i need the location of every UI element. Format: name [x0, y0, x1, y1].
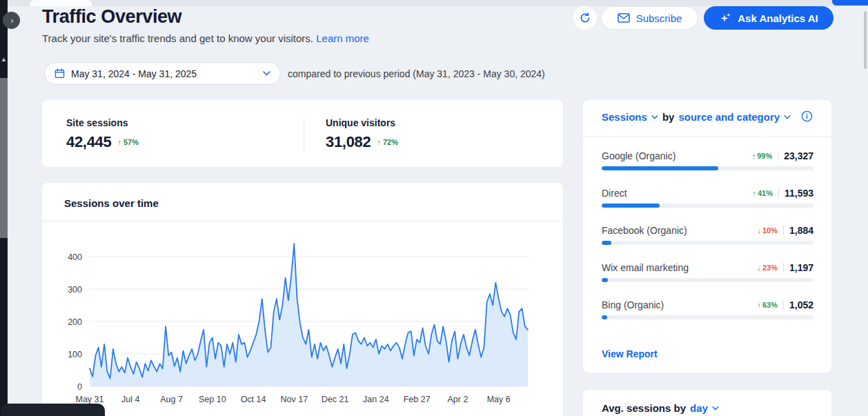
source-change: ↑41%: [752, 189, 773, 197]
y-axis-tick-label: 100: [68, 350, 82, 359]
refresh-button[interactable]: [573, 6, 597, 30]
sidebar-scrollbar-thumb[interactable]: [0, 78, 8, 238]
chart-title: Sessions over time: [64, 197, 159, 209]
envelope-icon: [618, 13, 630, 23]
avg-sessions-card: Avg. sessions by day: [583, 390, 831, 416]
up-arrow-icon: ↑: [752, 189, 756, 197]
x-axis-tick-label: Sep 10: [199, 395, 226, 404]
sessions-chart-svg[interactable]: 0100200300400May 31Jul 4Aug 7Sep 10Oct 1…: [42, 228, 563, 416]
divider: [778, 188, 779, 198]
source-change-pct: 10%: [762, 226, 778, 235]
source-bar-track: [602, 204, 813, 208]
source-row[interactable]: Bing (Organic)↑63%1,052: [602, 294, 813, 331]
chevron-down-icon[interactable]: [784, 115, 791, 119]
chevron-right-icon: ›: [11, 17, 14, 25]
x-axis-tick-label: May 31: [76, 395, 104, 404]
source-value: 1,052: [789, 299, 813, 310]
x-axis-tick-label: May 6: [487, 395, 511, 404]
top-right-button-cutoff[interactable]: [832, 0, 868, 6]
metric-selector[interactable]: Sessions: [602, 111, 647, 123]
sources-card-header: Sessions by source and category: [602, 111, 791, 123]
stat-value: 31,082: [326, 133, 371, 151]
source-change-pct: 23%: [762, 264, 778, 272]
by-label: by: [662, 111, 675, 123]
bottom-toast-cutoff: [1, 404, 105, 416]
up-arrow-icon: ↑: [757, 301, 761, 309]
key-stats-card: Site sessions 42,445 ↑ 57% Unique visito…: [42, 100, 563, 167]
down-arrow-icon: ↓: [757, 264, 761, 272]
refresh-icon: [579, 12, 591, 24]
avg-card-header: Avg. sessions by day: [602, 402, 719, 414]
stats-divider: [304, 117, 304, 152]
source-bar-track: [602, 315, 813, 319]
up-arrow-icon: ↑: [377, 138, 382, 146]
source-bar-fill: [602, 241, 611, 245]
source-label: Google (Organic): [602, 150, 675, 161]
source-change-pct: 99%: [757, 152, 772, 160]
source-value: 23,327: [784, 150, 813, 161]
x-axis-tick-label: Dec 21: [322, 395, 349, 404]
y-axis-tick-label: 400: [68, 252, 82, 262]
source-row[interactable]: Facebook (Organic)↓10%1,884: [602, 219, 813, 257]
info-icon: [801, 110, 813, 122]
date-range-picker[interactable]: May 31, 2024 - May 31, 2025: [44, 62, 281, 85]
view-report-link[interactable]: View Report: [602, 348, 658, 359]
y-axis-tick-label: 0: [77, 382, 82, 392]
source-bar-fill: [602, 278, 608, 282]
y-axis-tick-label: 300: [68, 285, 82, 295]
up-arrow-icon: ↑: [118, 138, 122, 146]
avg-prefix-label: Avg. sessions by: [602, 402, 686, 414]
subscribe-button[interactable]: Subscribe: [601, 6, 698, 30]
source-row[interactable]: Direct↑41%11,593: [602, 182, 813, 219]
info-button[interactable]: [801, 110, 813, 122]
source-value: 1,197: [789, 262, 813, 273]
source-bar-fill: [602, 315, 607, 319]
learn-more-link[interactable]: Learn more: [316, 32, 369, 44]
x-axis-tick-label: Aug 7: [160, 395, 183, 404]
source-bar-fill: [602, 166, 718, 170]
unique-visitors-stat: Unique visitors 31,082 ↑ 72%: [326, 117, 398, 151]
chevron-down-icon: [263, 71, 270, 76]
page-subtitle: Track your site's traffic trends and get…: [42, 32, 369, 44]
x-axis-tick-label: Jan 24: [363, 395, 389, 404]
source-label: Facebook (Organic): [602, 225, 687, 236]
y-axis-tick-label: 200: [68, 317, 82, 327]
divider: [778, 151, 778, 161]
top-edge-strip: [8, 0, 868, 6]
avg-dimension-selector[interactable]: day: [690, 402, 708, 414]
divider: [583, 137, 831, 137]
source-bar-fill: [602, 204, 660, 208]
x-axis-tick-label: Feb 27: [404, 395, 431, 404]
source-row[interactable]: Wix email marketing↓23%1,197: [602, 257, 813, 294]
down-arrow-icon: ↓: [757, 226, 761, 235]
source-value: 1,884: [789, 225, 813, 236]
stat-change: ↑ 57%: [118, 138, 139, 146]
source-change: ↓10%: [757, 226, 778, 235]
collapsed-sidebar: ▲: [0, 0, 8, 416]
expand-sidebar-button[interactable]: ›: [3, 12, 20, 29]
source-row[interactable]: Google (Organic)↑99%23,327: [602, 145, 813, 182]
scroll-up-icon[interactable]: ▲: [0, 56, 8, 63]
source-change-pct: 63%: [762, 301, 778, 309]
page-title: Traffic Overview: [42, 6, 181, 28]
ask-analytics-ai-button[interactable]: Ask Analytics AI: [704, 6, 834, 30]
site-sessions-stat: Site sessions 42,445 ↑ 57%: [66, 117, 139, 151]
divider: [42, 221, 563, 221]
sparkles-icon: [719, 12, 732, 25]
comparison-period-text: compared to previous period (May 31, 202…: [288, 68, 545, 79]
stat-label: Site sessions: [66, 117, 139, 128]
sessions-by-source-card: Sessions by source and category Google (…: [583, 100, 831, 373]
source-change: ↑63%: [757, 301, 778, 309]
divider: [783, 263, 784, 273]
top-tab-shape: [30, 0, 92, 6]
x-axis-tick-label: Apr 2: [447, 395, 468, 404]
page-scrollbar-thumb[interactable]: [864, 11, 867, 69]
x-axis-tick-label: Nov 17: [281, 395, 308, 404]
source-bar-track: [602, 278, 813, 282]
chevron-down-icon[interactable]: [651, 115, 658, 119]
sources-list: Google (Organic)↑99%23,327Direct↑41%11,5…: [602, 145, 813, 331]
divider: [783, 300, 784, 310]
stat-change: ↑ 72%: [377, 138, 399, 146]
chevron-down-icon[interactable]: [712, 406, 719, 410]
dimension-selector[interactable]: source and category: [678, 111, 780, 123]
